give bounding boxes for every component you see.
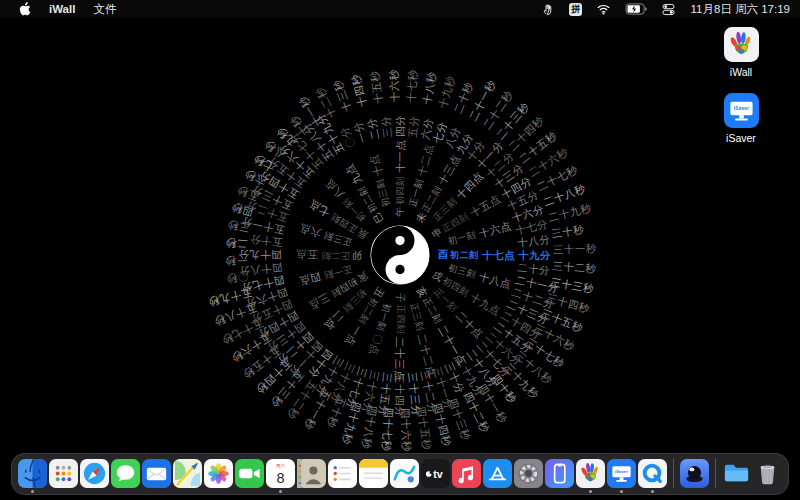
dock-item-quicktime[interactable] [638, 459, 667, 488]
dock-item-appstore[interactable] [483, 459, 512, 488]
ring-minute-current: 十九分 [518, 250, 551, 261]
ring-minute-entry: 五分 [407, 115, 420, 138]
iwall-hand-icon[interactable] [535, 2, 562, 16]
ring-hour-entry: 十五点 [468, 193, 502, 219]
running-indicator-dot [279, 490, 282, 493]
app-menu-title[interactable]: iWall [40, 3, 84, 15]
ring-hour-current: 十七点 [482, 250, 515, 261]
dock-item-ink-app[interactable] [680, 459, 709, 488]
desktop-icon-isaver[interactable]: iSaveriSaver [696, 93, 786, 144]
dock-item-launchpad[interactable] [49, 459, 78, 488]
dock-item-music[interactable] [452, 459, 481, 488]
ring-second-entry: 三十秒 [551, 224, 585, 239]
ring-quarter-entry: 初一刻 [375, 302, 391, 332]
ring-minute-entry: 四分 [395, 115, 406, 137]
running-indicator-dot [31, 490, 34, 493]
dock-item-freeform[interactable] [390, 459, 419, 488]
ring-second-entry: 一秒 [225, 255, 247, 266]
menubar: iWall 文件 拼 [0, 0, 800, 18]
ring-hour-entry: 五点 [296, 250, 318, 261]
yinyang-icon [366, 221, 434, 289]
ring-hour-entry: 九点 [343, 162, 363, 186]
svg-text:周六: 周六 [276, 463, 285, 468]
ring-zhi-current: 酉 [438, 250, 449, 260]
ring-hour-entry: 十八点 [478, 271, 513, 290]
dock-item-mail[interactable] [142, 459, 171, 488]
ring-quarter-entry: 初一刻 [447, 230, 477, 246]
ring-quarter-entry: 初四刻 [396, 177, 405, 206]
menubar-datetime[interactable]: 11月8日 周六 17:19 [682, 2, 790, 17]
ring-second-entry: 十七秒 [405, 69, 418, 103]
ring-hour-entry: 十二点 [416, 143, 435, 178]
wifi-icon[interactable] [589, 3, 618, 15]
dock-divider [715, 458, 716, 488]
isaver-app-icon: iSaver [724, 93, 759, 128]
svg-text:iSaver: iSaver [733, 105, 748, 111]
apple-menu-icon[interactable] [10, 2, 40, 16]
iwall-app-icon [724, 27, 759, 62]
ring-hour-entry: 十六点 [478, 220, 513, 239]
ring-hour-entry: 一点 [343, 323, 363, 347]
svg-text:tv: tv [433, 467, 443, 479]
dock-item-iwall[interactable] [576, 459, 605, 488]
ring-hour-entry: 八点 [323, 178, 346, 201]
menu-file[interactable]: 文件 [84, 2, 125, 17]
battery-icon[interactable] [618, 3, 655, 15]
svg-text:8: 8 [276, 469, 284, 485]
dock-item-settings[interactable] [514, 459, 543, 488]
dock-item-calendar[interactable]: 周六8 [266, 459, 295, 488]
ring-hour-entry: 三点 [307, 291, 331, 311]
ring-zhi-entry: 午 [395, 207, 405, 218]
svg-text:iSaver: iSaver [615, 469, 628, 474]
dock-item-facetime[interactable] [235, 459, 264, 488]
dock-item-notes[interactable] [359, 459, 388, 488]
ring-second-entry: 〇秒 [226, 271, 249, 284]
dock-item-maps[interactable] [173, 459, 202, 488]
ring-zhi-entry: 子 [395, 293, 405, 304]
ring-second-entry: 三十一秒 [553, 243, 597, 255]
ring-second-entry: 十八秒 [421, 71, 437, 105]
ring-hour-entry: 十一点 [395, 140, 406, 173]
desktop-icons: iWalliSaveriSaver [696, 27, 786, 144]
desktop-icon-iwall[interactable]: iWall [696, 27, 786, 78]
ring-hour-entry: 十三点 [436, 153, 462, 187]
dock-item-trash[interactable] [753, 459, 782, 488]
ring-second-entry: 三十二秒 [552, 260, 597, 274]
dock-item-appletv[interactable]: tv [421, 459, 450, 488]
dock-item-iphone-mirroring[interactable] [545, 459, 574, 488]
running-indicator-dot [589, 490, 592, 493]
ring-second-entry: 三秒 [227, 219, 250, 233]
dock-item-contacts[interactable] [297, 459, 326, 488]
dock-item-photos[interactable] [204, 459, 233, 488]
dock: 周六8tviSaver [11, 453, 789, 495]
ring-hour-entry: 二点 [323, 309, 346, 332]
ring-minute-entry: 三分 [380, 115, 393, 138]
desktop-icon-label: iWall [730, 66, 752, 78]
ring-hour-entry: 七点 [307, 198, 331, 218]
ring-quarter-entry: 初三刻 [447, 264, 477, 280]
dock-item-downloads-folder[interactable] [722, 459, 751, 488]
dock-item-reminders[interactable] [328, 459, 357, 488]
ring-second-entry: 二十九秒 [547, 202, 592, 223]
ring-hour-entry: 十四点 [454, 170, 485, 201]
wallpaper-clock: 子丑寅卯辰巳午未申酉戌亥初二刻初三刻初四刻正一刻正二刻正三刻正四刻初一刻初二刻初… [0, 0, 800, 500]
dock-item-isaver[interactable]: iSaver [607, 459, 636, 488]
ring-zhi-entry: 卯 [352, 250, 363, 260]
ring-hour-entry: 十九点 [468, 291, 502, 317]
ring-hour-entry: 十点 [368, 153, 384, 177]
control-center-icon[interactable] [655, 3, 682, 16]
ring-second-entry: 十五秒 [369, 70, 384, 104]
dock-item-finder[interactable] [18, 459, 47, 488]
running-indicator-dot [651, 490, 654, 493]
ring-hour-entry: 六点 [298, 223, 322, 239]
dock-item-safari[interactable] [80, 459, 109, 488]
ring-quarter-entry: 正三刻 [409, 302, 425, 332]
ring-quarter-entry: 正三刻 [323, 230, 353, 246]
ring-second-entry: 十六秒 [388, 69, 400, 102]
dock-item-messages[interactable] [111, 459, 140, 488]
input-source-badge[interactable]: 拼 [569, 3, 582, 16]
running-indicator-dot [620, 490, 623, 493]
ring-quarter-entry: 正一刻 [323, 264, 353, 280]
ring-hour-entry: 〇点 [368, 333, 384, 357]
ring-quarter-entry: 初三刻 [375, 178, 391, 208]
